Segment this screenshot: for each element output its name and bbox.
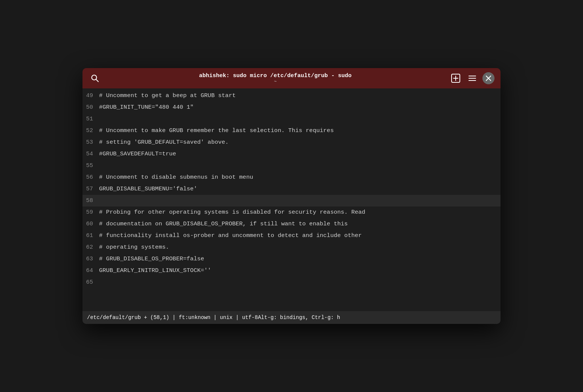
status-bar: /etc/default/grub + (58,1) | ft:unknown … [82,311,501,324]
new-tab-icon [451,73,461,83]
title-bar-left [89,72,101,85]
table-row: 65 [82,277,501,288]
line-number: 56 [82,172,99,183]
line-number: 51 [82,113,99,125]
line-content[interactable]: # Uncomment to disable submenus in boot … [99,172,501,183]
table-row: 57GRUB_DISABLE_SUBMENU='false' [82,183,501,195]
line-content[interactable]: #GRUB_INIT_TUNE="480 440 1" [99,102,501,113]
line-content[interactable]: # Uncomment to get a beep at GRUB start [99,90,501,102]
table-row: 58 [82,195,501,207]
line-content[interactable]: # operating systems. [99,242,501,253]
line-number: 57 [82,183,99,195]
line-number: 61 [82,230,99,242]
table-row: 53# setting 'GRUB_DEFAULT=saved' above. [82,137,501,148]
line-number: 63 [82,253,99,265]
menu-button[interactable] [466,72,479,85]
line-content[interactable]: GRUB_EARLY_INITRD_LINUX_STOCK='' [99,265,501,277]
status-text: /etc/default/grub + (58,1) | ft:unknown … [87,315,340,321]
table-row: 50#GRUB_INIT_TUNE="480 440 1" [82,102,501,113]
search-icon [91,74,99,82]
line-number: 58 [82,195,99,207]
table-row: 52# Uncomment to make GRUB remember the … [82,125,501,137]
line-number: 54 [82,148,99,160]
table-row: 61# functionality install os-prober and … [82,230,501,242]
table-row: 51 [82,113,501,125]
table-row: 54#GRUB_SAVEDEFAULT=true [82,148,501,160]
close-icon [485,75,491,81]
line-number: 55 [82,160,99,172]
line-number: 60 [82,218,99,230]
close-button[interactable] [482,72,494,84]
line-content[interactable]: # documentation on GRUB_DISABLE_OS_PROBE… [99,218,501,230]
window-title: abhishek: sudo micro /etc/default/grub -… [101,73,449,79]
table-row: 56# Uncomment to disable submenus in boo… [82,172,501,183]
terminal-window: abhishek: sudo micro /etc/default/grub -… [82,68,501,324]
title-bar-center: abhishek: sudo micro /etc/default/grub -… [101,73,449,84]
line-content[interactable]: # GRUB_DISABLE_OS_PROBER=false [99,253,501,265]
svg-line-1 [96,79,98,82]
table-row: 64GRUB_EARLY_INITRD_LINUX_STOCK='' [82,265,501,277]
line-number: 59 [82,207,99,218]
table-row: 62# operating systems. [82,242,501,253]
table-row: 55 [82,160,501,172]
line-content[interactable]: GRUB_DISABLE_SUBMENU='false' [99,183,501,195]
line-number: 52 [82,125,99,137]
line-number: 50 [82,102,99,113]
line-number: 53 [82,137,99,148]
line-content[interactable]: # setting 'GRUB_DEFAULT=saved' above. [99,137,501,148]
title-bar-right [449,72,494,85]
line-number: 62 [82,242,99,253]
line-content[interactable]: # Uncomment to make GRUB remember the la… [99,125,501,137]
editor-area: 49# Uncomment to get a beep at GRUB star… [82,88,501,324]
code-lines: 49# Uncomment to get a beep at GRUB star… [82,88,501,311]
table-row: 60# documentation on GRUB_DISABLE_OS_PRO… [82,218,501,230]
table-row: 49# Uncomment to get a beep at GRUB star… [82,90,501,102]
line-number: 65 [82,277,99,288]
table-row: 59# Probing for other operating systems … [82,207,501,218]
search-button[interactable] [89,72,101,85]
line-content[interactable]: # Probing for other operating systems is… [99,207,501,218]
line-number: 64 [82,265,99,277]
line-number: 49 [82,90,99,102]
new-tab-button[interactable] [449,72,462,85]
window-subtitle: ~ [101,79,449,84]
title-bar: abhishek: sudo micro /etc/default/grub -… [82,68,501,88]
line-content[interactable]: #GRUB_SAVEDEFAULT=true [99,148,501,160]
table-row: 63# GRUB_DISABLE_OS_PROBER=false [82,253,501,265]
menu-icon [467,73,477,83]
line-content[interactable]: # functionality install os-prober and un… [99,230,501,242]
